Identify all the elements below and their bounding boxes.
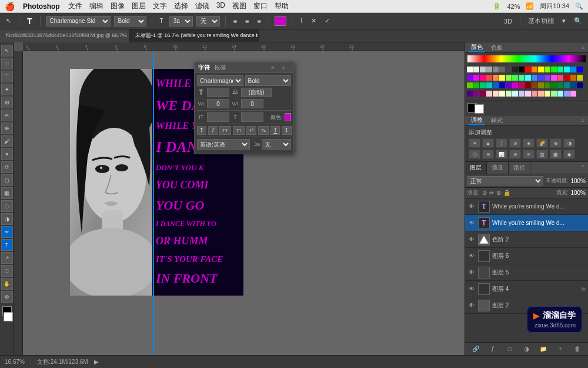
new-fill-btn[interactable]: ◑	[522, 345, 531, 353]
swatch[interactable]	[493, 91, 499, 97]
swatch[interactable]	[467, 67, 473, 72]
layer-item-0[interactable]: 👁 T While you're smiling We d...	[465, 198, 588, 215]
layer-item-5[interactable]: 👁 图层 4 fx	[465, 281, 588, 297]
swatch[interactable]	[564, 67, 570, 72]
swatch[interactable]	[564, 82, 570, 88]
menu-help[interactable]: 帮助	[275, 1, 289, 11]
swatch[interactable]	[570, 67, 576, 72]
swatch[interactable]	[570, 75, 576, 81]
swatch[interactable]	[538, 75, 544, 81]
swatch[interactable]	[551, 82, 557, 88]
workspace-menu[interactable]: ▾	[560, 16, 568, 26]
channels-tab[interactable]: 通道	[487, 162, 509, 174]
apple-menu[interactable]: 🍎	[5, 2, 15, 11]
align-left-btn[interactable]: ≡	[231, 16, 239, 26]
tab-2[interactable]: 未标题-1 @ 16.7% (While you're smiling We d…	[129, 29, 259, 42]
swatch[interactable]	[473, 67, 479, 72]
swatch[interactable]	[486, 67, 492, 72]
layer-eye-6[interactable]: 👁	[467, 301, 476, 310]
swatch[interactable]	[467, 91, 473, 97]
swatches-tab[interactable]: 色板	[489, 44, 505, 52]
swatch[interactable]	[480, 91, 486, 97]
warp-icon[interactable]: ⌇	[298, 16, 305, 26]
swatch[interactable]	[506, 75, 512, 81]
swatch[interactable]	[557, 82, 563, 88]
lock-transparent[interactable]: ⊘	[482, 190, 487, 196]
swatch[interactable]	[512, 75, 518, 81]
swatch[interactable]	[499, 82, 505, 88]
swatch[interactable]	[512, 67, 518, 72]
bw-adjust[interactable]: ◑	[563, 138, 575, 148]
pen-tool[interactable]: ✒	[1, 226, 13, 238]
sub-btn[interactable]: T₁	[258, 126, 269, 135]
photo-filter[interactable]: ⬡	[469, 150, 480, 159]
adjust-panel-header[interactable]: 调整 样式 ≡	[465, 115, 588, 126]
swatch[interactable]	[493, 67, 499, 72]
panel-menu-icon[interactable]: ≡	[582, 45, 584, 51]
layer-eye-4[interactable]: 👁	[467, 268, 476, 277]
hscale-input[interactable]	[241, 112, 263, 122]
vscale-input[interactable]	[207, 112, 229, 122]
para-tab[interactable]: 段落	[215, 64, 226, 72]
delete-layer-btn[interactable]: 🗑	[573, 345, 582, 353]
char-panel-menu[interactable]: ≡	[282, 65, 285, 71]
layer-item-2[interactable]: 👁 色阶 2	[465, 231, 588, 248]
dodge-tool[interactable]: ◑	[1, 213, 13, 225]
swatch[interactable]	[532, 75, 537, 81]
tool-select[interactable]: ↖	[4, 16, 14, 26]
adjust-menu-icon[interactable]: ≡	[582, 118, 584, 124]
vibrance-adjust[interactable]: ◈	[523, 138, 534, 148]
eyedropper-tool[interactable]: ✏	[1, 110, 13, 121]
kerning-input[interactable]	[207, 99, 229, 108]
crop-tool[interactable]: ⊞	[1, 97, 13, 108]
layer-eye-0[interactable]: 👁	[467, 203, 476, 211]
swatch[interactable]	[544, 91, 550, 97]
color-lookup[interactable]: 📊	[496, 150, 507, 159]
layer-item-1[interactable]: 👁 T While you're smiling We d...	[465, 215, 588, 231]
lock-paint[interactable]: ✏	[489, 190, 494, 196]
brightness-adjust[interactable]: ☀	[469, 138, 480, 148]
layers-tab[interactable]: 图层	[465, 162, 487, 174]
layer-item-4[interactable]: 👁 图层 5	[465, 264, 588, 281]
layer-eye-5[interactable]: 👁	[467, 285, 476, 293]
swatch[interactable]	[570, 91, 576, 97]
swatch[interactable]	[493, 82, 499, 88]
swatch[interactable]	[551, 67, 557, 72]
tab-1[interactable]: f6cd82d63313876d8c45e536f28f697d.jpg @ 6…	[0, 29, 129, 42]
curves-adjust[interactable]: ∫	[496, 138, 507, 148]
char-font-family[interactable]: Charlemagne Std	[197, 75, 243, 86]
underline-btn[interactable]: T	[270, 126, 280, 135]
swatch[interactable]	[493, 75, 499, 81]
shape-tool[interactable]: □	[1, 265, 13, 277]
font-size-select[interactable]: 3a	[169, 16, 193, 26]
swatch[interactable]	[473, 75, 479, 81]
swatch[interactable]	[577, 82, 583, 88]
text-tool-icon[interactable]: T	[25, 15, 35, 27]
swatch[interactable]	[473, 82, 479, 88]
char-font-style[interactable]: Bold	[245, 75, 292, 86]
layers-panel-menu[interactable]: ≡	[578, 162, 588, 174]
zoom-tool[interactable]: ⊕	[1, 291, 13, 303]
layer-item-3[interactable]: 👁 图层 6	[465, 248, 588, 264]
swatch[interactable]	[519, 91, 524, 97]
swatch[interactable]	[499, 67, 505, 72]
font-family-select[interactable]: Charlemagne Std	[46, 16, 111, 26]
strike-btn[interactable]: T	[282, 126, 291, 135]
swatch[interactable]	[544, 82, 550, 88]
history-tool[interactable]: ⟳	[1, 161, 13, 173]
styles-tab[interactable]: 样式	[489, 117, 505, 125]
char-panel-close[interactable]: ✕	[270, 65, 275, 71]
channel-mixer[interactable]: ≋	[482, 150, 494, 159]
bold-btn[interactable]: T	[197, 126, 206, 135]
swatch[interactable]	[538, 67, 544, 72]
link-layers-btn[interactable]: 🔗	[471, 345, 480, 353]
menu-file[interactable]: 文件	[68, 1, 82, 11]
hand-tool[interactable]: ✋	[1, 278, 13, 290]
layer-eye-1[interactable]: 👁	[467, 219, 476, 227]
swatch[interactable]	[570, 82, 576, 88]
italic-btn[interactable]: T	[208, 126, 218, 135]
search-ui-btn[interactable]: 🔍	[572, 16, 584, 26]
cancel-icon[interactable]: ✕	[309, 16, 319, 26]
swatch[interactable]	[486, 91, 492, 97]
leading-input[interactable]	[241, 88, 272, 97]
